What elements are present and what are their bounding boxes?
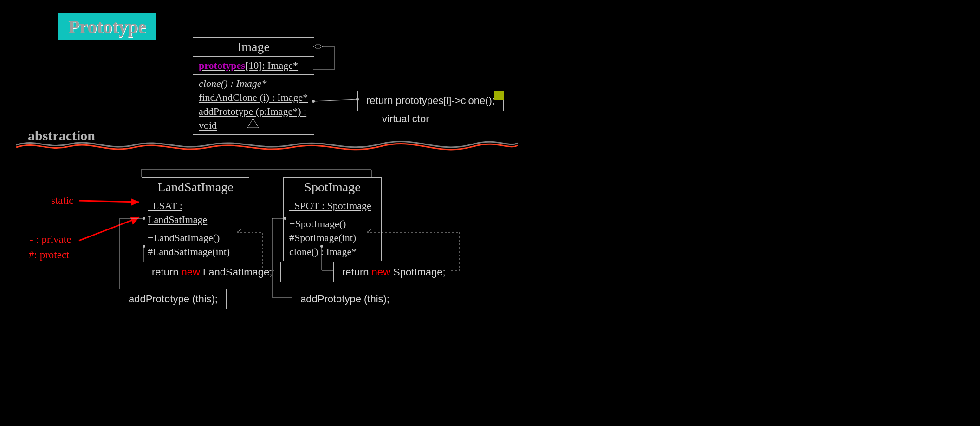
class-name-landsat: LandSatImage — [142, 178, 249, 197]
note-landsat-clone: return new LandSatImage; — [143, 262, 281, 282]
note-spot-clone: return new SpotImage; — [333, 262, 454, 282]
annotation-static: static — [51, 195, 74, 207]
uml-class-spot: SpotImage _SPOT : SpotImage −SpotImage()… — [283, 177, 382, 261]
class-attrs-image: prototypes[10]: Image* — [193, 57, 314, 75]
class-ops-image: clone() : Image* findAndClone (i) : Imag… — [193, 75, 314, 134]
abstraction-label: abstraction — [28, 128, 95, 144]
uml-class-image: Image prototypes[10]: Image* clone() : I… — [193, 37, 314, 135]
annotation-protect: #: protect — [29, 249, 70, 261]
class-name-image: Image — [193, 38, 314, 57]
class-attrs-spot: _SPOT : SpotImage — [284, 197, 381, 215]
note-findandclone: return prototypes[i]->clone(); — [357, 91, 504, 111]
svg-marker-0 — [313, 44, 323, 49]
title-text: Prototype — [68, 16, 146, 37]
svg-marker-9 — [130, 217, 139, 225]
svg-marker-7 — [131, 198, 139, 206]
title-chip: Prototype — [58, 13, 156, 40]
svg-line-2 — [313, 99, 357, 101]
annotation-private: - : private — [30, 234, 71, 246]
uml-class-landsat: LandSatImage _LSAT : LandSatImage −LandS… — [142, 177, 249, 275]
svg-line-6 — [79, 201, 139, 202]
note-spot-ctor: addPrototype (this); — [292, 289, 398, 309]
class-name-spot: SpotImage — [284, 178, 381, 197]
diagram-canvas: { "title": "Prototype", "abstraction_lab… — [0, 0, 980, 426]
svg-line-8 — [79, 217, 139, 241]
note-landsat-ctor: addPrototype (this); — [120, 289, 227, 309]
class-ops-spot: −SpotImage() #SpotImage(int) clone() : I… — [284, 215, 381, 261]
note-fold-icon — [494, 91, 504, 100]
class-attrs-landsat: _LSAT : LandSatImage — [142, 197, 249, 229]
note-virtual-ctor: virtual ctor — [382, 113, 429, 125]
